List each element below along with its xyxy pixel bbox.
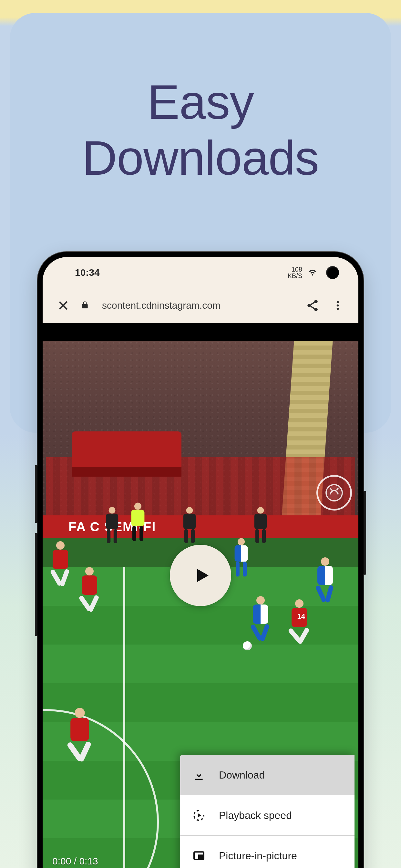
- download-icon: [192, 768, 206, 782]
- front-camera: [326, 266, 339, 279]
- football: [243, 641, 252, 650]
- menu-item-pip[interactable]: Picture-in-picture: [180, 835, 354, 868]
- headline: Easy Downloads: [0, 74, 401, 186]
- menu-item-label: Download: [219, 769, 265, 781]
- phone-side-button: [35, 465, 37, 523]
- svg-point-2: [314, 308, 318, 311]
- play-button[interactable]: [170, 545, 231, 606]
- svg-point-4: [337, 305, 339, 307]
- more-button[interactable]: [330, 298, 345, 313]
- svg-point-6: [326, 485, 342, 501]
- menu-item-download[interactable]: Download: [180, 755, 354, 795]
- svg-point-1: [307, 304, 311, 307]
- svg-point-0: [314, 300, 318, 304]
- url-text[interactable]: scontent.cdninstagram.com: [99, 300, 295, 311]
- pip-icon: [192, 848, 206, 863]
- phone-screen: 10:34 108 KB/S scontent.cdninstagram.com: [42, 257, 359, 868]
- svg-point-5: [337, 308, 339, 310]
- status-network-rate: 108 KB/S: [287, 266, 302, 279]
- share-button[interactable]: [305, 298, 320, 313]
- playback-speed-icon: [192, 808, 206, 823]
- close-button[interactable]: [56, 298, 71, 313]
- club-badge-watermark: [316, 475, 352, 510]
- phone-side-button: [35, 533, 37, 636]
- menu-item-label: Picture-in-picture: [219, 850, 297, 862]
- status-time: 10:34: [75, 267, 100, 278]
- context-menu: Download Playback speed Picture-in-pictu…: [180, 755, 354, 868]
- svg-rect-8: [199, 855, 203, 858]
- menu-item-label: Playback speed: [219, 810, 292, 822]
- player-number: 14: [297, 612, 305, 621]
- menu-item-playback-speed[interactable]: Playback speed: [180, 795, 354, 835]
- phone-frame: 10:34 108 KB/S scontent.cdninstagram.com: [37, 252, 364, 868]
- browser-address-bar: scontent.cdninstagram.com: [42, 288, 359, 323]
- adboard-text: FA C SEMI-FI: [42, 516, 359, 538]
- phone-side-button: [364, 491, 366, 575]
- svg-point-3: [337, 301, 339, 303]
- video-time: 0:00 / 0:13: [52, 856, 98, 867]
- wifi-icon: [307, 266, 318, 279]
- lock-icon: [81, 301, 89, 310]
- status-bar: 10:34 108 KB/S: [42, 257, 359, 288]
- video-player[interactable]: FA C SEMI-FI 14: [42, 323, 359, 868]
